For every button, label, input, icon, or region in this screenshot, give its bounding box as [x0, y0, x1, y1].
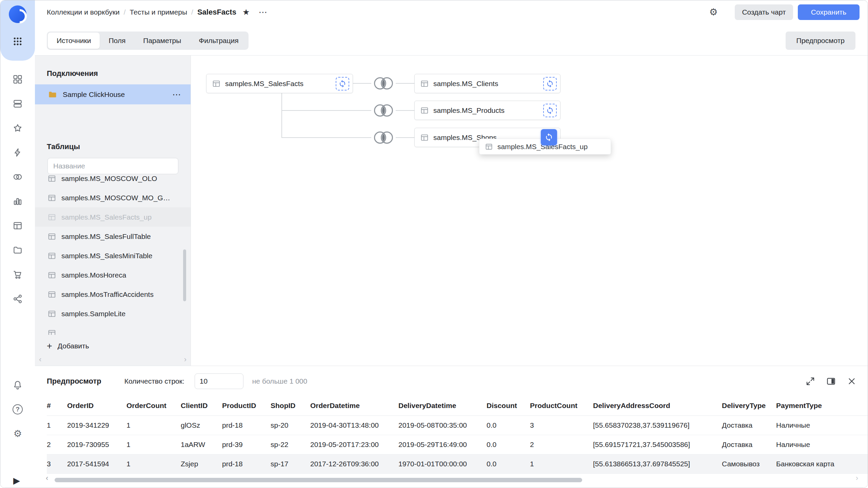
rail-bottom-nav: ? ⚙: [0, 380, 35, 439]
cell: 0.0: [487, 454, 530, 473]
cell: 1: [126, 435, 181, 454]
save-button[interactable]: Сохранить: [798, 4, 860, 20]
panel-scroll-right-icon[interactable]: ›: [184, 355, 186, 364]
refresh-sync-icon[interactable]: [543, 77, 557, 90]
preview-table: # OrderID OrderCount ClientID ProductID …: [47, 396, 868, 474]
table-search-input[interactable]: [47, 158, 178, 174]
datalens-logo[interactable]: [9, 5, 26, 23]
refresh-sync-icon[interactable]: [336, 77, 349, 90]
refresh-sync-icon[interactable]: [543, 104, 557, 117]
preview-title: Предпросмотр: [47, 377, 101, 386]
horizontal-scrollbar[interactable]: [55, 478, 582, 482]
rail-nav: [0, 74, 35, 304]
apps-grid-icon[interactable]: [13, 36, 23, 46]
table-row: 2 2019-730955 1 1aARW prd-39 sp-22 2019-…: [47, 435, 868, 454]
help-icon[interactable]: ?: [13, 404, 23, 414]
connector-line: [281, 93, 282, 138]
list-item[interactable]: samples.MS_MOSCOW_OLO: [35, 176, 191, 188]
list-item[interactable]: samples.SampleLite: [35, 304, 191, 323]
breadcrumb-collections[interactable]: Коллекции и воркбуки: [47, 8, 120, 16]
tab-fields[interactable]: Поля: [100, 33, 134, 49]
expand-icon[interactable]: [805, 376, 815, 386]
cell: prd-39: [222, 435, 271, 454]
notifications-bell-icon[interactable]: [13, 380, 23, 390]
list-item[interactable]: samples.MS_MOSCOW_MO_G…: [35, 188, 191, 207]
join-icon[interactable]: [371, 103, 396, 118]
join-icon[interactable]: [371, 76, 396, 91]
create-chart-button[interactable]: Создать чарт: [735, 4, 793, 20]
hscroll-right-icon[interactable]: ›: [856, 474, 858, 483]
tables-list: samples.MS_MOSCOW_OLO samples.MS_MOSCOW_…: [35, 176, 191, 335]
add-table-button[interactable]: + Добавить: [47, 338, 89, 354]
dataset-settings-gear-icon[interactable]: ⚙: [707, 6, 720, 19]
table-name: samples.MosTrafficAccidents: [61, 290, 154, 299]
connector-line: [396, 110, 414, 111]
table-icon: [47, 213, 56, 222]
split-view-icon[interactable]: [826, 376, 836, 386]
more-menu-icon[interactable]: ⋯: [258, 7, 267, 17]
storage-icon[interactable]: [13, 245, 23, 255]
source-box-clients[interactable]: samples.MS_Clients: [414, 74, 560, 93]
tab-filtering[interactable]: Фильтрация: [190, 33, 247, 49]
cell: Наличные: [776, 415, 868, 435]
column-header: OrderDatetime: [310, 396, 398, 415]
source-box-salesfacts[interactable]: samples.MS_SalesFacts: [206, 74, 353, 93]
tabs-segmented-control: Источники Поля Параметры Фильтрация: [47, 32, 249, 50]
plus-icon: +: [47, 342, 52, 351]
source-name: samples.MS_Clients: [433, 80, 498, 88]
left-rail: ? ⚙ ▶: [0, 0, 35, 488]
services-icon[interactable]: [13, 294, 23, 304]
column-header: OrderCount: [126, 396, 181, 415]
favorite-star-icon[interactable]: ★: [242, 7, 250, 17]
charts-icon[interactable]: [13, 196, 23, 206]
datasets-icon[interactable]: [13, 172, 23, 182]
list-item[interactable]: samples.MosHoreca: [35, 265, 191, 285]
favorites-icon[interactable]: [13, 123, 23, 133]
list-item[interactable]: [35, 323, 191, 335]
tables-title: Таблицы: [47, 142, 80, 151]
dashboards-icon[interactable]: [13, 221, 23, 231]
table-icon: [420, 79, 429, 88]
list-item[interactable]: samples.MosTrafficAccidents: [35, 285, 191, 304]
cell: Доставка: [722, 435, 776, 454]
cell: prd-18: [222, 454, 271, 473]
collections-icon[interactable]: [13, 74, 23, 84]
cell: 2: [530, 435, 593, 454]
source-box-products[interactable]: samples.MS_Products: [414, 101, 560, 120]
connection-item-selected[interactable]: Sample ClickHouse ⋯: [35, 84, 191, 104]
list-item[interactable]: samples.MS_SalesMiniTable: [35, 246, 191, 265]
table-row: 1 2019-341229 1 glOSz prd-18 sp-20 2019-…: [47, 415, 868, 435]
refresh-sync-button-active[interactable]: [541, 129, 557, 145]
settings-gear-icon[interactable]: ⚙: [13, 429, 23, 439]
top-bar: Коллекции и воркбуки / Тесты и примеры /…: [35, 0, 868, 24]
join-icon[interactable]: [371, 130, 396, 145]
breadcrumb-workbook[interactable]: Тесты и примеры: [130, 8, 187, 16]
collapse-play-icon[interactable]: ▶: [13, 475, 20, 486]
table-name: samples.MS_MOSCOW_OLO: [61, 176, 157, 183]
hscroll-left-icon[interactable]: ‹: [46, 474, 48, 483]
table-icon: [47, 329, 56, 335]
connections-icon[interactable]: [13, 147, 23, 158]
preview-toggle-button[interactable]: Предпросмотр: [786, 32, 855, 50]
connection-more-icon[interactable]: ⋯: [172, 89, 181, 100]
marketplace-icon[interactable]: [13, 269, 23, 280]
list-item[interactable]: samples.MS_SalesFullTable: [35, 227, 191, 246]
add-table-label: Добавить: [58, 342, 89, 350]
column-header: #: [47, 396, 67, 415]
row-count-hint: не больше 1 000: [252, 377, 307, 385]
row-count-input[interactable]: [195, 373, 243, 389]
connection-name: Sample ClickHouse: [63, 90, 125, 99]
breadcrumb-separator: /: [191, 8, 193, 16]
tab-sources[interactable]: Источники: [48, 33, 100, 49]
connector-line: [396, 137, 414, 138]
table-name: samples.MS_SalesFacts_up: [61, 213, 152, 221]
column-header: ShopID: [271, 396, 310, 415]
workbooks-icon[interactable]: [13, 99, 23, 109]
tables-list-scrollbar[interactable]: [183, 249, 186, 301]
cell: 2019-05-29T16:49:00: [398, 435, 487, 454]
panel-scroll-left-icon[interactable]: ‹: [39, 355, 41, 364]
close-icon[interactable]: [847, 376, 857, 386]
table-name: samples.MS_SalesFullTable: [61, 232, 151, 241]
tab-parameters[interactable]: Параметры: [134, 33, 190, 49]
cell: 3: [530, 415, 593, 435]
